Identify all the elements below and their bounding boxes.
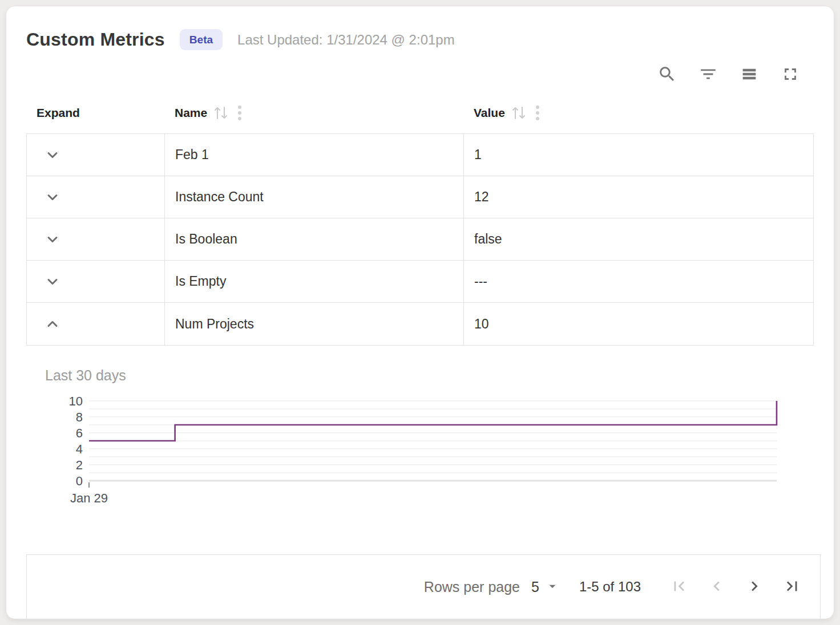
table-body: Feb 1 1 Instance Count 12 Is Boolean fal… (26, 133, 814, 346)
rows-per-page-value: 5 (531, 579, 539, 595)
svg-text:10: 10 (69, 394, 83, 408)
dropdown-arrow-icon (545, 579, 560, 595)
table-row: Is Boolean false (27, 218, 813, 261)
expand-cell (27, 218, 165, 260)
filter-icon (698, 64, 718, 86)
chevron-down-icon (45, 147, 60, 163)
chart-title: Last 30 days (45, 367, 834, 384)
search-button[interactable] (657, 64, 677, 85)
value-cell: false (464, 218, 813, 260)
last-updated-text: Last Updated: 1/31/2024 @ 2:01pm (237, 32, 455, 48)
collapse-row-button[interactable] (44, 315, 61, 332)
column-header-expand: Expand (26, 106, 164, 120)
table-header-row: Expand Name Value (26, 98, 814, 128)
expand-cell (27, 134, 165, 176)
fullscreen-icon (781, 64, 800, 86)
chevron-down-icon (45, 232, 60, 247)
name-cell: Is Boolean (165, 218, 464, 260)
rows-per-page: Rows per page 5 (424, 579, 560, 595)
last-page-button[interactable] (781, 576, 803, 598)
svg-text:8: 8 (76, 410, 83, 424)
value-cell: 10 (464, 303, 813, 345)
filter-button[interactable] (698, 64, 718, 85)
beta-badge: Beta (180, 29, 223, 50)
custom-metrics-card: Custom Metrics Beta Last Updated: 1/31/2… (6, 6, 834, 619)
table-footer: Rows per page 5 1-5 of 103 (26, 554, 821, 619)
svg-text:0: 0 (76, 474, 83, 488)
svg-text:2: 2 (76, 458, 83, 472)
rows-per-page-label: Rows per page (424, 579, 520, 595)
name-cell: Is Empty (165, 261, 464, 302)
column-menu-icon[interactable] (534, 104, 542, 121)
density-button[interactable] (739, 64, 760, 85)
name-cell: Num Projects (165, 303, 464, 345)
expand-cell (27, 261, 165, 302)
table-toolbar (6, 50, 834, 86)
pager-controls (668, 576, 803, 598)
column-header-value[interactable]: Value (463, 104, 814, 121)
first-page-button[interactable] (668, 576, 690, 598)
chevron-right-icon (745, 577, 764, 598)
value-cell: 12 (464, 176, 813, 218)
expand-cell (27, 303, 165, 345)
column-header-label: Name (175, 106, 207, 120)
value-cell: 1 (464, 134, 813, 176)
chevron-up-icon (45, 316, 60, 332)
expand-row-button[interactable] (44, 147, 61, 164)
table-row: Instance Count 12 (27, 176, 813, 218)
first-page-icon (669, 577, 689, 598)
column-header-label: Value (474, 106, 505, 120)
previous-page-button[interactable] (706, 576, 728, 598)
search-icon (657, 64, 677, 86)
table-row: Is Empty --- (27, 261, 813, 303)
svg-text:6: 6 (76, 426, 83, 440)
density-icon (740, 64, 759, 86)
svg-text:4: 4 (76, 442, 83, 456)
next-page-button[interactable] (744, 576, 765, 598)
column-header-name[interactable]: Name (164, 104, 463, 121)
fullscreen-button[interactable] (780, 64, 801, 85)
expand-row-button[interactable] (44, 231, 61, 248)
page-title: Custom Metrics (26, 29, 165, 50)
svg-text:Jan 29: Jan 29 (70, 491, 108, 505)
expand-cell (27, 176, 165, 218)
table-row-expanded: Num Projects 10 (27, 303, 813, 345)
chevron-down-icon (45, 189, 60, 205)
last-page-icon (782, 577, 802, 598)
sort-arrows-icon[interactable] (213, 105, 230, 120)
chevron-left-icon (707, 577, 726, 598)
table-row: Feb 1 1 (27, 134, 813, 176)
name-cell: Feb 1 (165, 134, 464, 176)
pagination-range-label: 1-5 of 103 (579, 579, 641, 595)
rows-per-page-select[interactable]: 5 (531, 579, 560, 595)
column-header-label: Expand (37, 106, 80, 120)
expand-row-button[interactable] (44, 273, 61, 290)
expand-row-button[interactable] (44, 189, 61, 206)
page-header: Custom Metrics Beta Last Updated: 1/31/2… (6, 6, 834, 50)
metric-chart-container: 0246810Jan 29 (58, 393, 834, 507)
metric-chart: 0246810Jan 29 (58, 393, 805, 507)
chevron-down-icon (45, 274, 60, 290)
value-cell: --- (464, 261, 813, 302)
name-cell: Instance Count (165, 176, 464, 218)
sort-arrows-icon[interactable] (511, 105, 528, 120)
column-menu-icon[interactable] (236, 104, 244, 121)
